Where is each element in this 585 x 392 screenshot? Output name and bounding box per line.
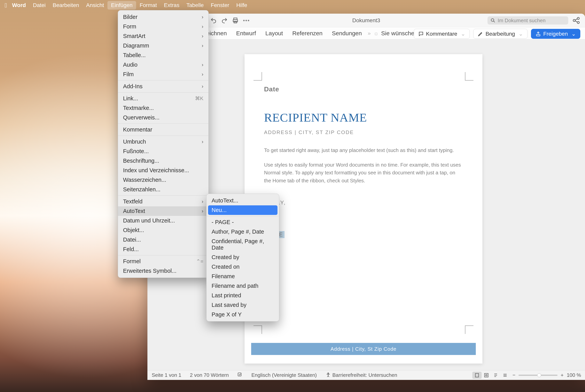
menu-item[interactable]: AutoText› [118, 206, 208, 216]
menu-item[interactable]: Erweitertes Symbol... [118, 266, 208, 276]
menu-fenster[interactable]: Fenster [207, 1, 233, 10]
menu-item[interactable]: Tabelle... [118, 50, 208, 60]
zoom-out-button[interactable]: − [512, 372, 515, 378]
doc-recipient[interactable]: RECIPIENT NAME [264, 111, 367, 124]
menu-item[interactable]: Created on [206, 262, 279, 272]
menu-extras[interactable]: Extras [160, 1, 183, 10]
tab-sendungen[interactable]: Sendungen [327, 28, 367, 38]
menu-item[interactable]: Datei... [118, 235, 208, 244]
menu-item[interactable]: Form› [118, 22, 208, 31]
menu-item[interactable]: AutoText... [206, 196, 279, 205]
macos-menubar:  Word Datei Bearbeiten Ansicht Einfügen… [0, 0, 585, 10]
menu-item[interactable]: Kommentar [118, 125, 208, 134]
menu-item[interactable]: Created by [206, 252, 279, 262]
menu-item[interactable]: Querverweis... [118, 113, 208, 122]
view-outline-icon[interactable] [500, 372, 510, 379]
doc-address[interactable]: ADDRESS | CITY, ST ZIP CODE [264, 129, 354, 136]
tell-me[interactable]: ☼Sie wünschen [373, 30, 418, 37]
menu-item[interactable]: Textmarke... [118, 103, 208, 113]
doc-paragraph[interactable]: Use styles to easily format your Word do… [264, 161, 463, 184]
menu-item[interactable]: SmartArt› [118, 31, 208, 41]
menu-item[interactable]: Datum und Uhrzeit... [118, 216, 208, 226]
zoom-thumb[interactable] [537, 373, 541, 377]
menu-item-label: Textfeld [123, 198, 143, 205]
editing-mode-button[interactable]: Bearbeitung ⌄ [473, 29, 527, 39]
view-focus-icon[interactable] [482, 372, 491, 379]
view-web-icon[interactable] [491, 372, 500, 379]
menu-item[interactable]: Last printed [206, 291, 279, 300]
search-input[interactable]: Im Dokument suchen [487, 16, 568, 24]
menu-item[interactable]: Neu... [208, 205, 277, 215]
menu-item[interactable]: Feld... [118, 244, 208, 254]
svg-line-10 [575, 19, 577, 20]
tab-layout[interactable]: Layout [261, 28, 288, 38]
menu-ansicht[interactable]: Ansicht [83, 1, 108, 10]
menu-item-label: Index und Verzeichnisse... [123, 167, 189, 174]
menu-item[interactable]: Link...⌘K [118, 94, 208, 103]
status-words[interactable]: 2 von 70 Wörtern [186, 372, 233, 378]
submenu-arrow-icon: › [202, 62, 203, 68]
menu-item[interactable]: Fußnote... [118, 146, 208, 156]
status-accessibility[interactable]: Barrierefreiheit: Untersuchen [321, 372, 402, 378]
menu-item-label: AutoText [123, 208, 145, 214]
share-button[interactable]: Freigeben ⌄ [531, 29, 580, 39]
menu-item[interactable]: Add-Ins› [118, 82, 208, 91]
status-language[interactable]: Englisch (Vereinigte Staaten) [247, 372, 321, 378]
menu-item[interactable]: Beschriftung... [118, 156, 208, 166]
titlebar: ••• Dokument3 Im Dokument suchen [147, 14, 585, 27]
menu-item[interactable]: Page X of Y [206, 310, 279, 319]
menu-item-label: Formel [123, 258, 141, 264]
menu-item[interactable]: Bilder› [118, 12, 208, 22]
status-spellcheck-icon[interactable] [233, 372, 247, 378]
menu-item[interactable]: - PAGE - [206, 218, 279, 227]
menu-item-label: AutoText... [212, 197, 238, 204]
menu-item[interactable]: Filename and path [206, 281, 279, 291]
sharepane-icon[interactable] [572, 16, 580, 24]
chevron-down-icon: ⌄ [461, 30, 465, 37]
menu-item-label: Textmarke... [123, 105, 154, 111]
doc-footer[interactable]: Address | City, St Zip Code [251, 343, 476, 355]
menu-item[interactable]: Textfeld› [118, 197, 208, 206]
menu-item[interactable]: Seitenzahlen... [118, 185, 208, 194]
menu-item[interactable]: Umbruch› [118, 137, 208, 146]
menu-item-label: SmartArt [123, 33, 145, 39]
menu-item[interactable]: Last saved by [206, 300, 279, 310]
tab-entwurf[interactable]: Entwurf [231, 28, 261, 38]
apple-menu-icon[interactable]:  [5, 2, 7, 9]
menu-item[interactable]: Author, Page #, Date [206, 227, 279, 236]
menu-item[interactable]: Confidential, Page #, Date [206, 236, 279, 252]
status-bar: Seite 1 von 1 2 von 70 Wörtern Englisch … [147, 370, 585, 380]
lightbulb-icon: ☼ [373, 30, 379, 37]
ribbon-right-buttons: Kommentare ⌄ Bearbeitung ⌄ Freigeben ⌄ [414, 29, 580, 39]
menu-einfuegen[interactable]: Einfügen [107, 1, 136, 10]
menu-tabelle[interactable]: Tabelle [183, 1, 207, 10]
menu-bearbeiten[interactable]: Bearbeiten [49, 1, 83, 10]
tab-referenzen[interactable]: Referenzen [288, 28, 327, 38]
menu-item[interactable]: Filename [206, 272, 279, 281]
status-page[interactable]: Seite 1 von 1 [147, 372, 186, 378]
menu-item[interactable]: Wasserzeichen... [118, 175, 208, 185]
doc-date[interactable]: Date [264, 85, 279, 93]
doc-paragraph[interactable]: To get started right away, just tap any … [264, 146, 463, 154]
menu-item-label: Datei... [123, 236, 141, 243]
menu-item[interactable]: Formel⌃= [118, 256, 208, 266]
zoom-value[interactable]: 100 % [567, 372, 581, 378]
menu-item[interactable]: Film› [118, 70, 208, 79]
menu-item-label: Objekt... [123, 227, 144, 234]
menu-item-label: Filename and path [212, 283, 258, 289]
menu-item[interactable]: Index und Verzeichnisse... [118, 166, 208, 175]
document-page[interactable]: Date RECIPIENT NAME ADDRESS | CITY, ST Z… [244, 54, 482, 364]
menu-datei[interactable]: Datei [30, 1, 49, 10]
menu-hilfe[interactable]: Hilfe [233, 1, 251, 10]
zoom-control: − + 100 % [512, 372, 585, 378]
tabs-overflow-icon[interactable]: » [368, 30, 371, 36]
view-print-icon[interactable] [472, 372, 482, 379]
menu-item[interactable]: Diagramm› [118, 41, 208, 50]
zoom-slider[interactable] [518, 375, 557, 376]
zoom-in-button[interactable]: + [561, 372, 563, 378]
menu-item[interactable]: Objekt... [118, 226, 208, 235]
app-menu[interactable]: Word [9, 1, 30, 10]
menu-format[interactable]: Format [136, 1, 160, 10]
comments-button[interactable]: Kommentare ⌄ [414, 29, 470, 39]
menu-item[interactable]: Audio› [118, 60, 208, 70]
